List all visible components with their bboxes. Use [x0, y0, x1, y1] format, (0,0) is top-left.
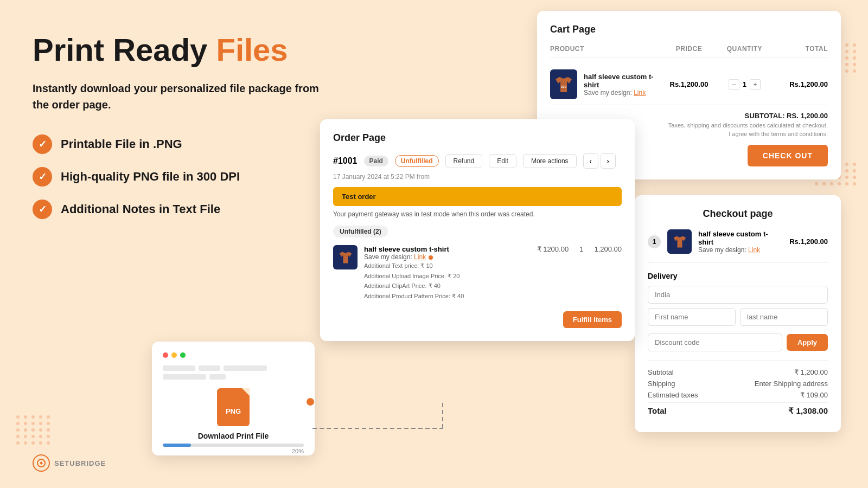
cart-col-total: TOTAL: [773, 45, 828, 53]
delivery-name-row: [648, 308, 828, 326]
test-order-note: Your payment gateway was in test mode wh…: [333, 210, 622, 218]
cart-product-design: Save my design: Link: [584, 89, 661, 97]
cart-col-qty: QUANTITY: [717, 45, 772, 53]
cart-subtotal-label: SUBTOTAL: RS. 1,200.00: [745, 112, 828, 120]
fulfill-items-button[interactable]: Fulfill items: [563, 311, 622, 328]
order-item-design: Save my design: Link: [364, 253, 531, 261]
left-section: Print Ready Files Instantly download you…: [33, 33, 358, 219]
cart-item-qty: − 1 +: [717, 79, 772, 90]
subtitle: Instantly download your personalized fil…: [33, 80, 336, 113]
order-summary: Subtotal ₹ 1,200.00 Shipping Enter Shipp…: [648, 360, 828, 416]
feature-text-2: High-quality PNG file in 300 DPI: [61, 170, 240, 184]
order-item-subtotal: 1,200.00: [594, 245, 622, 253]
nav-next-button[interactable]: ›: [601, 153, 616, 169]
title-black: Print Ready: [33, 32, 207, 67]
first-name-input[interactable]: [648, 308, 736, 326]
cart-col-product: PRODUCT: [550, 45, 661, 53]
feature-text-1: Printable File in .PNG: [61, 137, 182, 151]
cart-item-price: Rs.1,200.00: [661, 80, 717, 88]
cart-product-name: half sleeve custom t-shirt: [584, 73, 661, 89]
cart-product-image: 100: [550, 69, 577, 99]
link-indicator: [429, 255, 433, 260]
file-icon: PNG: [217, 388, 250, 426]
traffic-light-yellow: [171, 352, 177, 358]
cart-item-row: 100 half sleeve custom t-shirt Save my d…: [550, 64, 828, 105]
file-type-label: PNG: [226, 407, 241, 415]
order-item-price-col: ₹ 1200.00 1 1,200.00: [537, 245, 622, 253]
order-id: #1001: [333, 156, 358, 166]
cart-panel-title: Cart Page: [550, 24, 828, 35]
feature-check-icon-1: [33, 134, 52, 154]
svg-text:100: 100: [561, 85, 567, 88]
qty-decrease-button[interactable]: −: [729, 79, 739, 90]
qty-increase-button[interactable]: +: [750, 79, 761, 90]
country-input[interactable]: [648, 286, 828, 304]
feature-item-1: Printable File in .PNG: [33, 134, 358, 154]
order-item-image: [333, 245, 358, 269]
delivery-title: Delivery: [648, 272, 828, 280]
unfulfilled-badge: Unfulfilled (2): [333, 226, 388, 237]
cart-subtotal-note: Taxes, shipping and discounts codes calc…: [668, 122, 828, 129]
checkout-item-image: [667, 229, 692, 254]
discount-code-input[interactable]: [648, 333, 782, 351]
logo: SETUBRIDGE: [33, 454, 106, 472]
cart-col-price: PRIDCE: [661, 45, 717, 53]
traffic-light-red: [163, 352, 168, 358]
more-actions-button[interactable]: More actions: [523, 154, 577, 168]
apply-button[interactable]: Apply: [787, 334, 828, 351]
cart-design-link[interactable]: Link: [634, 89, 646, 97]
refund-button[interactable]: Refund: [445, 154, 483, 168]
feature-item-2: High-quality PNG file in 300 DPI: [33, 167, 358, 187]
checkout-item-design: Save my design: Link: [698, 246, 783, 254]
test-order-banner: Test order: [333, 187, 622, 206]
download-card: PNG Downlaod Print File 20%: [152, 342, 315, 455]
checkout-item-price: Rs.1,200.00: [789, 237, 828, 246]
order-item-qty: 1: [579, 245, 583, 253]
checkout-item-name: half sleeve custom t-shirt: [698, 230, 783, 246]
download-card-title: Downlaod Print File: [163, 432, 304, 440]
checkout-panel: Checkout page 1 half sleeve custom t-shi…: [635, 195, 841, 432]
order-item-details: half sleeve custom t-shirt Save my desig…: [364, 245, 531, 301]
cart-table-header: PRODUCT PRIDCE QUANTITY TOTAL: [550, 45, 828, 57]
progress-bar-fill: [163, 444, 191, 447]
feature-text-3: Additional Notes in Text File: [61, 202, 220, 216]
nav-prev-button[interactable]: ‹: [583, 153, 598, 169]
order-panel: Order Page #1001 Paid Unfulfilled Refund…: [320, 119, 635, 341]
connector-svg: [312, 401, 454, 434]
progress-percent: 20%: [163, 448, 304, 454]
checkout-item-number: 1: [648, 235, 661, 248]
edit-button[interactable]: Edit: [489, 154, 516, 168]
summary-shipping: Shipping Enter Shipping address: [648, 380, 828, 388]
cart-subtotal-note2: I agree with the terms and conditions.: [729, 131, 828, 137]
feature-check-icon-3: [33, 200, 52, 219]
card-placeholder-rows: [163, 365, 304, 380]
traffic-lights: [163, 352, 304, 358]
order-date: 17 January 2024 at 5:22 PM from: [333, 173, 622, 181]
last-name-input[interactable]: [740, 308, 828, 326]
main-title: Print Ready Files: [33, 33, 358, 67]
connector-dot: [307, 398, 314, 406]
checkout-design-link[interactable]: Link: [748, 246, 760, 254]
summary-total: Total ₹ 1,308.00: [648, 402, 828, 416]
checkout-item-info: half sleeve custom t-shirt Save my desig…: [698, 230, 783, 254]
feature-check-icon-2: [33, 167, 52, 187]
png-file-area: PNG: [163, 388, 304, 426]
summary-subtotal: Subtotal ₹ 1,200.00: [648, 368, 828, 376]
order-item-name: half sleeve custom t-shirt: [364, 245, 531, 253]
feature-list: Printable File in .PNG High-quality PNG …: [33, 134, 358, 219]
delivery-section: Delivery: [648, 272, 828, 326]
order-panel-title: Order Page: [333, 132, 622, 144]
qty-value: 1: [743, 80, 746, 88]
feature-item-3: Additional Notes in Text File: [33, 200, 358, 219]
order-item-price: ₹ 1200.00: [537, 245, 569, 253]
cart-item-total: Rs.1,200.00: [773, 80, 828, 88]
checkout-panel-title: Checkout page: [648, 208, 828, 220]
order-item-extras: Additional Text price: ₹ 10 Additional U…: [364, 261, 531, 301]
cart-product-info: 100 half sleeve custom t-shirt Save my d…: [550, 69, 661, 99]
logo-icon: [33, 454, 50, 472]
order-design-link[interactable]: Link: [414, 253, 426, 261]
title-orange: Files: [216, 32, 288, 67]
checkout-button[interactable]: CHECK OUT: [748, 145, 828, 166]
badge-paid: Paid: [364, 156, 388, 166]
logo-text: SETUBRIDGE: [54, 459, 106, 467]
